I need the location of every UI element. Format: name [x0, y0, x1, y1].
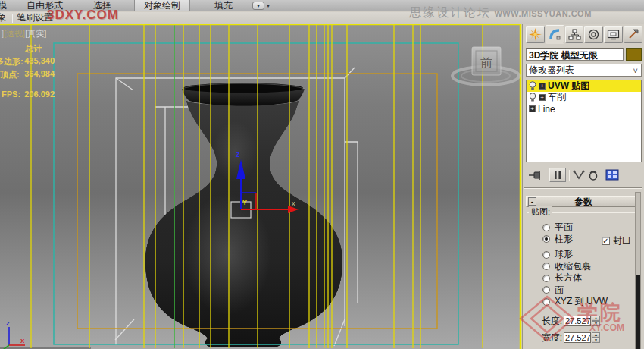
toolbar-separator: [602, 170, 602, 181]
watermark-forum-url: WWW.MISSYUAN.COM: [494, 9, 591, 18]
viewport-shading-label[interactable]: [真实]: [25, 29, 46, 38]
option-label: 长方体: [555, 272, 582, 285]
stats-poly-value: 435,340: [15, 56, 55, 65]
mapping-options: 平面 柱形 ✓ 封口 球形 收缩包裹: [527, 212, 639, 308]
ribbon-tab-object-paint[interactable]: 对象绘制: [134, 0, 190, 11]
expand-plus-icon[interactable]: +: [539, 83, 546, 90]
remove-modifier-button[interactable]: [588, 170, 599, 181]
ribbon-minimize-dropdown[interactable]: ▾ ▾: [252, 2, 270, 10]
panel-divider: [524, 187, 642, 189]
configure-modifier-sets-button[interactable]: [605, 169, 619, 181]
spinner-arrows[interactable]: ▲ ▼: [592, 332, 600, 343]
3dsmax-window: Z Y x 前 Z X ][透视][真实] 总计 多边形: 435,340 顶点…: [0, 0, 644, 349]
ribbon-tab-clipped[interactable]: 模: [0, 0, 10, 11]
modify-icon: [549, 28, 561, 41]
toolbar-separator: [12, 14, 13, 23]
display-tab[interactable]: [604, 26, 623, 43]
mapping-option-shrinkwrap[interactable]: 收缩包裹: [542, 261, 639, 273]
spinner-down-icon[interactable]: ▼: [592, 338, 600, 343]
watermark-forum-name: 思缘设计论坛: [409, 6, 491, 19]
rollout-collapse-button[interactable]: -: [528, 197, 536, 206]
modifier-stack-toolbar: [523, 162, 644, 182]
option-label: 平面: [555, 221, 573, 234]
modifier-label: 车削: [548, 91, 566, 104]
ribbon-subrow-clipped[interactable]: 象: [0, 11, 8, 24]
show-end-result-icon: [553, 171, 562, 180]
watermark-forum: 思缘设计论坛 WWW.MISSYUAN.COM: [409, 5, 592, 21]
modifier-label: Line: [538, 104, 555, 115]
spinner-up-icon[interactable]: ▲: [592, 332, 600, 338]
option-label: 收缩包裹: [555, 260, 591, 273]
modifier-list-label: 修改器列表: [529, 64, 633, 77]
expand-plus-icon[interactable]: +: [529, 105, 536, 112]
modifier-stack: + UVW 贴图 + 车削 + Line: [526, 80, 642, 162]
object-color-swatch[interactable]: [626, 48, 642, 61]
mapping-option-spherical[interactable]: 球形: [542, 249, 639, 261]
viewport-pov-label[interactable]: [透视]: [4, 29, 25, 38]
pin-icon: [529, 171, 542, 180]
radio-icon[interactable]: [542, 235, 550, 243]
option-label: 柱形: [555, 233, 573, 246]
bulb-icon[interactable]: [529, 93, 536, 102]
stats-fps-value: 206.092: [15, 90, 55, 99]
cap-checkbox-row[interactable]: ✓ 封口: [602, 234, 631, 247]
mapping-option-planar[interactable]: 平面: [542, 222, 639, 234]
radio-icon[interactable]: [542, 286, 550, 294]
checkbox-icon[interactable]: ✓: [602, 237, 610, 245]
rollout-title: 参数: [574, 197, 592, 207]
parameters-rollout-header[interactable]: - 参数: [526, 196, 641, 207]
toolbar-separator: [546, 170, 546, 181]
modifier-list-dropdown[interactable]: 修改器列表 ˅: [526, 64, 642, 77]
radio-icon[interactable]: [542, 275, 550, 282]
mapping-group-label: 贴图:: [529, 206, 552, 218]
mapping-option-cylindrical[interactable]: 柱形 ✓ 封口: [542, 234, 639, 246]
hierarchy-tab[interactable]: [565, 26, 584, 43]
watermark-diamond-logo: [517, 294, 577, 344]
stats-total-label: 总计: [25, 43, 42, 55]
cap-checkbox-label: 封口: [613, 234, 631, 247]
panel-scrollbar[interactable]: [635, 192, 641, 349]
mapping-option-box[interactable]: 长方体: [542, 272, 639, 285]
chevron-down-icon[interactable]: ▾: [252, 2, 264, 10]
viewport-label[interactable]: ][透视][真实]: [2, 28, 46, 39]
expand-plus-icon[interactable]: +: [539, 94, 546, 101]
chevron-down-icon: ˅: [633, 66, 641, 75]
perspective-viewport[interactable]: [0, 24, 521, 349]
display-icon: [607, 28, 620, 41]
pin-stack-button[interactable]: [529, 171, 542, 180]
utilities-tab[interactable]: [624, 26, 642, 43]
show-end-result-button[interactable]: [549, 168, 566, 182]
option-label: 球形: [555, 248, 573, 261]
modifier-stack-row-uvw[interactable]: + UVW 贴图: [527, 80, 641, 92]
panel-scrollbar-thumb[interactable]: [636, 275, 640, 349]
configure-modifier-sets-icon: [605, 169, 619, 181]
stats-vert-value: 364,984: [15, 69, 55, 78]
radio-icon[interactable]: [542, 263, 550, 270]
watermark-site-text: XY.COM: [589, 322, 624, 333]
hierarchy-icon: [568, 28, 581, 41]
make-unique-button[interactable]: [573, 170, 585, 180]
command-panel-tabs: [523, 24, 644, 45]
caret-down-icon[interactable]: ▾: [267, 2, 270, 9]
modifier-stack-row-line[interactable]: + Line: [527, 103, 641, 115]
object-name-row: 3D学院 模型无限: [523, 45, 644, 61]
motion-icon: [587, 28, 600, 41]
ribbon-tab-populate[interactable]: 填充: [211, 0, 236, 11]
bulb-icon[interactable]: [529, 81, 536, 91]
modify-tab[interactable]: [546, 25, 564, 44]
create-icon: [529, 28, 542, 41]
toolbar-separator: [569, 170, 570, 181]
remove-modifier-icon: [588, 170, 599, 181]
object-name-field[interactable]: 3D学院 模型无限: [526, 48, 624, 61]
modifier-stack-row-lathe[interactable]: + 车削: [527, 92, 641, 103]
motion-tab[interactable]: [584, 26, 603, 43]
watermark-3dxy: 3DXY.COM: [47, 8, 119, 23]
make-unique-icon: [573, 170, 585, 180]
radio-icon[interactable]: [542, 251, 550, 259]
create-tab[interactable]: [526, 26, 545, 43]
utilities-icon: [627, 28, 639, 41]
radio-icon[interactable]: [542, 224, 550, 231]
